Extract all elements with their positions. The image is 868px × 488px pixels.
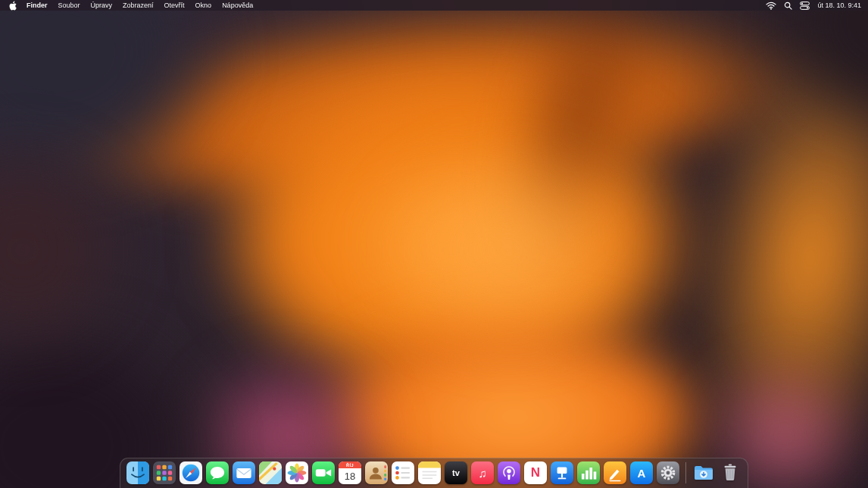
dock-icon-finder[interactable] bbox=[126, 461, 149, 484]
dock-icon-maps[interactable] bbox=[259, 461, 282, 484]
dock-icon-podcasts[interactable] bbox=[498, 461, 520, 484]
dock-icon-app-store[interactable]: A bbox=[630, 461, 653, 484]
news-glyph: N bbox=[531, 465, 540, 480]
wifi-icon[interactable] bbox=[762, 2, 780, 10]
dock-icon-apple-tv[interactable]: tv bbox=[445, 461, 467, 484]
menu-item-napoveda[interactable]: Nápověda bbox=[217, 0, 258, 11]
desktop: Finder Soubor Úpravy Zobrazení Otevřít O… bbox=[0, 0, 868, 488]
apple-tv-glyph: tv bbox=[452, 468, 460, 477]
dock-icon-contacts[interactable] bbox=[365, 461, 388, 484]
wallpaper-shape bbox=[364, 136, 651, 364]
apple-menu-icon[interactable] bbox=[7, 1, 21, 11]
dock-icon-launchpad[interactable] bbox=[153, 461, 176, 484]
dock: ŘÍJ 18 bbox=[120, 458, 748, 488]
app-store-glyph: A bbox=[638, 467, 646, 480]
dock-icon-system-settings[interactable] bbox=[657, 461, 679, 484]
dock-icon-numbers[interactable] bbox=[577, 461, 600, 484]
dock-icon-facetime[interactable] bbox=[312, 461, 335, 484]
dock-separator bbox=[685, 462, 686, 483]
dock-icon-reminders[interactable] bbox=[392, 461, 414, 484]
dock-icon-music[interactable]: ♫ bbox=[471, 461, 494, 484]
search-icon[interactable] bbox=[780, 2, 796, 10]
menu-item-okno[interactable]: Okno bbox=[190, 0, 217, 11]
dock-icon-calendar[interactable]: ŘÍJ 18 bbox=[339, 461, 361, 484]
dock-icon-photos[interactable] bbox=[286, 461, 308, 484]
dock-icon-news[interactable]: N bbox=[524, 461, 547, 484]
desktop-wallpaper bbox=[0, 0, 868, 488]
dock-icon-messages[interactable] bbox=[206, 461, 229, 484]
trash-icon[interactable] bbox=[719, 461, 742, 484]
menu-bar-clock[interactable]: út 18. 10. 9:41 bbox=[813, 2, 861, 9]
menu-item-otevrit[interactable]: Otevřít bbox=[159, 0, 190, 11]
calendar-day-label: 18 bbox=[339, 468, 361, 484]
menu-item-soubor[interactable]: Soubor bbox=[53, 0, 86, 11]
menu-item-finder[interactable]: Finder bbox=[21, 0, 53, 11]
menu-bar: Finder Soubor Úpravy Zobrazení Otevřít O… bbox=[0, 0, 868, 11]
menu-item-zobrazeni[interactable]: Zobrazení bbox=[117, 0, 159, 11]
menu-item-upravy[interactable]: Úpravy bbox=[86, 0, 118, 11]
dock-icon-notes[interactable] bbox=[418, 461, 441, 484]
control-center-icon[interactable] bbox=[796, 2, 813, 10]
dock-icon-safari[interactable] bbox=[180, 461, 202, 484]
music-note-glyph: ♫ bbox=[478, 467, 486, 480]
dock-icon-downloads-folder[interactable] bbox=[692, 461, 715, 484]
dock-icon-keynote[interactable] bbox=[551, 461, 573, 484]
dock-icon-mail[interactable] bbox=[233, 461, 255, 484]
dock-icon-pages[interactable] bbox=[604, 461, 626, 484]
